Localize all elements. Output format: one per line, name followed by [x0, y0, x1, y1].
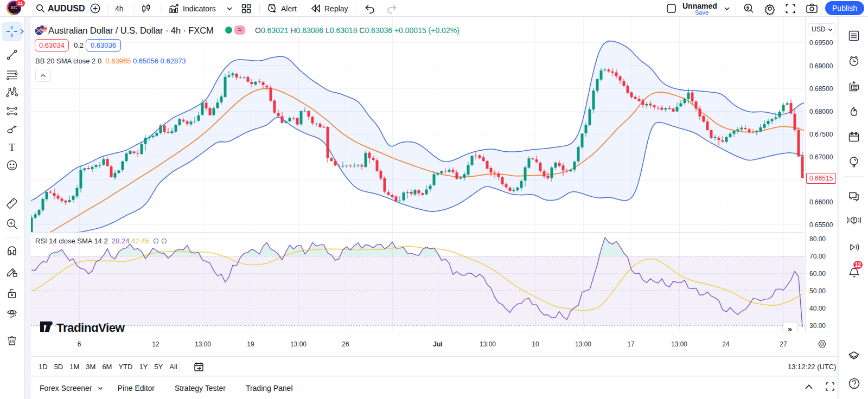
svg-text:T: T — [9, 141, 15, 153]
